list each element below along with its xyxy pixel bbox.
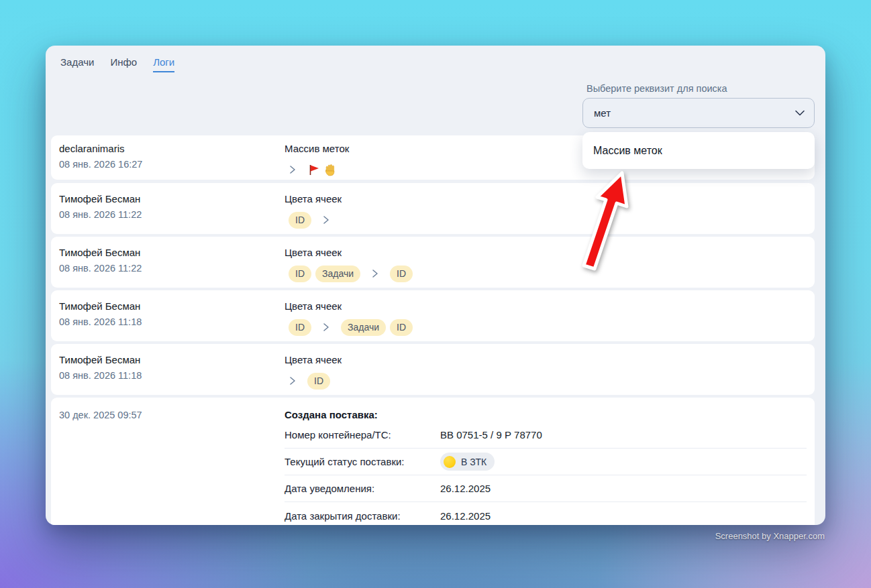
delivery-field-row: Дата уведомления: 26.12.2025	[285, 475, 807, 502]
tab-info[interactable]: Инфо	[110, 56, 137, 72]
log-date: 08 янв. 2026 11:18	[59, 369, 285, 382]
tab-tasks[interactable]: Задачи	[60, 56, 94, 72]
tag-pill: ID	[307, 373, 330, 390]
red-flag-icon	[307, 164, 320, 176]
field-label: Текущий статус поставки:	[285, 456, 440, 467]
search-dropdown-list: Массив меток	[582, 132, 815, 169]
logs-panel: Задачи Инфо Логи Выберите реквизит для п…	[46, 46, 825, 525]
change-arrow-icon	[289, 165, 297, 174]
log-field-name: Цвета ячеек	[285, 246, 807, 259]
closing-date-value: 26.12.2025	[440, 510, 491, 522]
log-date: 08 янв. 2026 11:22	[59, 208, 285, 221]
log-date: 30 дек. 2025 09:57	[59, 408, 285, 422]
log-row: Тимофей Бесман 08 янв. 2026 11:18 Цвета …	[51, 344, 815, 395]
tag-pill: ID	[289, 212, 311, 229]
change-arrow-icon	[322, 322, 330, 332]
chevron-down-icon	[795, 110, 805, 116]
tag-pill: ID	[289, 319, 311, 336]
change-arrow-icon	[289, 376, 297, 386]
field-label: Дата закрытия доставки:	[285, 510, 440, 522]
change-arrow-icon	[371, 269, 379, 278]
log-date: 08 янв. 2026 11:22	[59, 261, 285, 275]
log-row: Тимофей Бесман 08 янв. 2026 11:18 Цвета …	[51, 290, 815, 341]
log-row: Тимофей Бесман 08 янв. 2026 11:22 Цвета …	[51, 237, 815, 288]
delivery-created-title: Создана поставка:	[285, 408, 807, 422]
log-date: 08 янв. 2026 11:18	[59, 315, 285, 329]
log-author: declaranimaris	[59, 142, 285, 156]
change-arrow-icon	[322, 215, 330, 225]
container-number-value: ВВ 0751-5 / 9 Р 78770	[440, 429, 542, 440]
log-date: 08 янв. 2026 16:27	[59, 158, 285, 171]
delivery-field-row: Дата закрытия доставки: 26.12.2025	[285, 502, 807, 525]
status-text: В ЗТК	[461, 457, 486, 467]
field-label: Номер контейнера/ТС:	[285, 429, 440, 440]
log-list: declaranimaris 08 янв. 2026 16:27 Массив…	[51, 135, 815, 525]
log-author: Тимофей Бесман	[59, 353, 285, 367]
tag-pill: ID	[289, 266, 311, 282]
tag-pill: Задачи	[315, 266, 360, 282]
field-label: Дата уведомления:	[285, 483, 440, 494]
log-field-name: Цвета ячеек	[285, 192, 807, 206]
status-dot-icon	[444, 456, 456, 468]
log-author: Тимофей Бесман	[59, 192, 285, 206]
raised-hand-icon	[324, 164, 336, 176]
tag-pill: Задачи	[341, 319, 386, 336]
log-field-name: Цвета ячеек	[285, 300, 807, 313]
search-attribute-label: Выберите реквизит для поиска	[586, 83, 727, 94]
log-author: Тимофей Бесман	[59, 300, 285, 313]
xnapper-watermark: Screenshot by Xnapper.com	[715, 531, 825, 541]
notification-date-value: 26.12.2025	[440, 483, 491, 494]
tab-bar: Задачи Инфо Логи	[60, 56, 174, 72]
dropdown-option-tags-array[interactable]: Массив меток	[593, 145, 662, 157]
status-badge: В ЗТК	[440, 453, 495, 471]
log-field-name: Цвета ячеек	[285, 353, 807, 367]
tag-pill: ID	[390, 319, 413, 336]
delivery-field-row: Номер контейнера/ТС: ВВ 0751-5 / 9 Р 787…	[285, 422, 807, 449]
search-input-value[interactable]: мет	[594, 107, 611, 119]
tag-pill: ID	[390, 266, 413, 282]
log-author: Тимофей Бесман	[59, 246, 285, 259]
delivery-field-row: Текущий статус поставки: В ЗТК	[285, 449, 807, 475]
log-row: Тимофей Бесман 08 янв. 2026 11:22 Цвета …	[51, 183, 815, 234]
tab-logs[interactable]: Логи	[153, 56, 174, 72]
search-attribute-select[interactable]: мет	[582, 98, 815, 128]
log-row-delivery-created: 30 дек. 2025 09:57 Создана поставка: Ном…	[51, 398, 815, 525]
